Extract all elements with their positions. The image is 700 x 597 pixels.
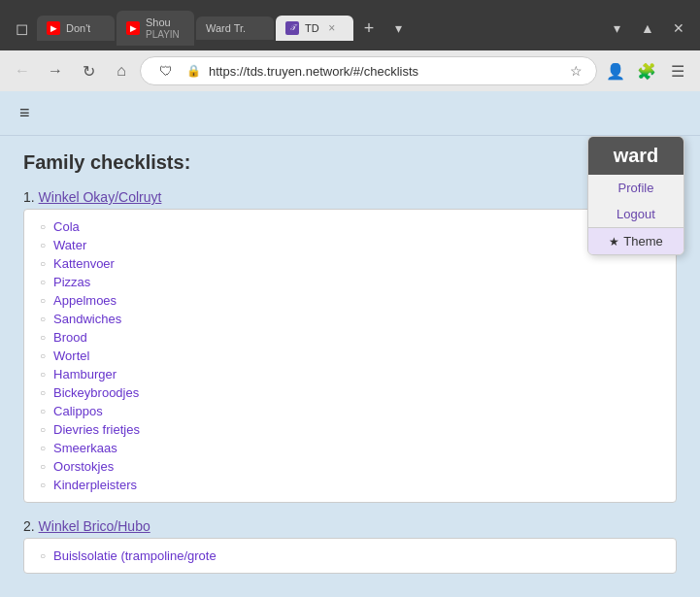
checklist-link-1[interactable]: Winkel Okay/Colruyt bbox=[39, 189, 162, 205]
page-toolbar: ≡ bbox=[0, 91, 700, 136]
window-restore-btn[interactable]: ▲ bbox=[634, 15, 661, 42]
tab-favicon-td: 𝒯 bbox=[285, 21, 299, 35]
bookmark-star-icon[interactable]: ☆ bbox=[570, 63, 583, 79]
list-item: Cola bbox=[40, 217, 660, 236]
nav-extension-btn[interactable]: 🧩 bbox=[632, 56, 661, 85]
tab-ward-tr[interactable]: Ward Tr. bbox=[196, 17, 274, 40]
tab-td-active[interactable]: 𝒯 TD × bbox=[276, 16, 353, 41]
checklist-item-2: 2. Winkel Brico/Hubo Buislsolatie (tramp… bbox=[23, 518, 677, 574]
tab-label-shou: ShouPLAYIN bbox=[146, 17, 180, 40]
user-dropdown: ward Profile Logout ★ Theme bbox=[587, 136, 684, 255]
dropdown-profile-btn[interactable]: Profile bbox=[588, 175, 683, 201]
tab-label-td: TD bbox=[305, 22, 319, 34]
checklist-link-2[interactable]: Winkel Brico/Hubo bbox=[39, 518, 150, 534]
shield-icon: 🛡 bbox=[154, 59, 178, 83]
list-item: Hamburger bbox=[40, 365, 660, 383]
tab-dropdown-btn[interactable]: ▾ bbox=[384, 15, 412, 42]
nav-right-icons: 👤 🧩 ☰ bbox=[601, 56, 692, 85]
list-item: Oorstokjes bbox=[40, 457, 660, 476]
list-item: Kattenvoer bbox=[40, 254, 660, 273]
list-item: Brood bbox=[40, 328, 660, 347]
dropdown-username: ward bbox=[588, 137, 683, 175]
tab-history-back-btn[interactable]: ◻ bbox=[8, 15, 35, 42]
list-item: Kinderpleisters bbox=[40, 476, 660, 494]
list-item: Appelmoes bbox=[40, 291, 660, 310]
nav-menu-btn[interactable]: ☰ bbox=[663, 56, 692, 85]
lock-icon: 🔒 bbox=[183, 61, 203, 81]
nav-bar: ← → ↻ ⌂ 🛡 🔒 https://tds.truyen.network/#… bbox=[0, 50, 700, 91]
list-item: Buislsolatie (trampoline/grote bbox=[40, 547, 660, 565]
tab-shou[interactable]: ▶ ShouPLAYIN bbox=[117, 11, 194, 46]
tab-add-btn[interactable]: + bbox=[355, 15, 383, 42]
window-close-btn[interactable]: ✕ bbox=[665, 15, 692, 42]
list-item: Dievries frietjes bbox=[40, 420, 660, 439]
checklist-box-2: Buislsolatie (trampoline/grote bbox=[23, 538, 677, 574]
theme-star-icon: ★ bbox=[609, 235, 619, 249]
tab-dont[interactable]: ▶ Don't bbox=[37, 16, 115, 41]
dropdown-theme-label: Theme bbox=[623, 234, 662, 249]
sub-list-2: Buislsolatie (trampoline/grote bbox=[40, 547, 660, 565]
window-control-btns: ▾ ▲ ✕ bbox=[603, 15, 692, 42]
list-item: Water bbox=[40, 236, 660, 254]
dropdown-theme-btn[interactable]: ★ Theme bbox=[588, 227, 683, 254]
list-item: Calippos bbox=[40, 402, 660, 420]
dropdown-logout-btn[interactable]: Logout bbox=[588, 201, 683, 227]
address-bar[interactable]: 🛡 🔒 https://tds.truyen.network/#/checkli… bbox=[140, 56, 597, 85]
tab-bar: ◻ ▶ Don't ▶ ShouPLAYIN Ward Tr. 𝒯 TD × +… bbox=[0, 0, 700, 50]
window-minimize-btn[interactable]: ▾ bbox=[603, 15, 630, 42]
tab-favicon-yt1: ▶ bbox=[47, 21, 60, 35]
sidebar-toggle-btn[interactable]: ≡ bbox=[16, 99, 34, 127]
nav-refresh-btn[interactable]: ↻ bbox=[74, 56, 103, 85]
tab-label-dont: Don't bbox=[66, 22, 90, 34]
list-item: Wortel bbox=[40, 347, 660, 365]
list-item: Bickeybroodjes bbox=[40, 383, 660, 402]
list-item: Pizzas bbox=[40, 273, 660, 291]
address-text: https://tds.truyen.network/#/checklists bbox=[209, 64, 564, 79]
nav-profile-btn[interactable]: 👤 bbox=[601, 56, 630, 85]
tab-label-ward-tr: Ward Tr. bbox=[206, 22, 246, 34]
nav-home-btn[interactable]: ⌂ bbox=[107, 56, 136, 85]
checklist-box-1: Cola Water Kattenvoer Pizzas Appelmoes S… bbox=[23, 209, 677, 503]
tab-close-btn[interactable]: × bbox=[325, 21, 339, 35]
nav-back-btn[interactable]: ← bbox=[8, 56, 37, 85]
page-area: ≡ Family checklists: 1. Winkel Okay/Colr… bbox=[0, 91, 700, 597]
checklist-number-2: 2. Winkel Brico/Hubo bbox=[23, 518, 677, 534]
list-item: Smeerkaas bbox=[40, 439, 660, 457]
list-item: Sandwiches bbox=[40, 310, 660, 328]
checklist-item-1: 1. Winkel Okay/Colruyt Cola Water Katten… bbox=[23, 189, 677, 503]
tab-favicon-yt2: ▶ bbox=[126, 21, 140, 35]
nav-forward-btn[interactable]: → bbox=[41, 56, 70, 85]
sub-list-1: Cola Water Kattenvoer Pizzas Appelmoes S… bbox=[40, 217, 660, 494]
checklist-list: 1. Winkel Okay/Colruyt Cola Water Katten… bbox=[23, 189, 677, 574]
page-heading: Family checklists: bbox=[23, 151, 677, 174]
checklist-number-1: 1. Winkel Okay/Colruyt bbox=[23, 189, 677, 205]
browser-window: ◻ ▶ Don't ▶ ShouPLAYIN Ward Tr. 𝒯 TD × +… bbox=[0, 0, 700, 91]
